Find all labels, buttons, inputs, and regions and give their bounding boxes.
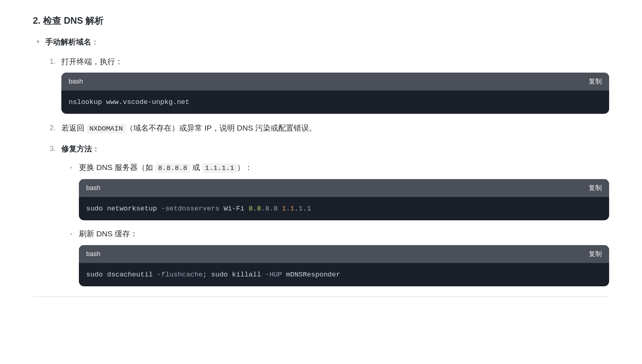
- code-lang-label: bash: [86, 183, 100, 193]
- code-lang-label: bash: [86, 249, 100, 259]
- section-heading: 2. 检查 DNS 解析: [33, 13, 609, 28]
- bullet-list: 手动解析域名： 打开终端，执行： bash 复制 nslookup www.vs…: [33, 36, 609, 286]
- copy-button[interactable]: 复制: [589, 249, 602, 259]
- code-header: bash 复制: [61, 73, 609, 90]
- tok: -setdnsservers: [161, 205, 219, 213]
- tok: sudo: [86, 205, 103, 213]
- tok: mDNSResponder: [286, 271, 340, 279]
- divider: [33, 297, 609, 297]
- tok: dscacheutil: [107, 271, 153, 279]
- inline-code-dns1: 8.8.8.8: [155, 163, 190, 173]
- tok: -flushcache: [157, 271, 203, 279]
- code-block-1: bash 复制 nslookup www.vscode-unpkg.net: [61, 73, 609, 114]
- sub1-pre: 更换 DNS 服务器（如: [79, 163, 155, 171]
- tok: 8.8: [249, 205, 261, 213]
- copy-button[interactable]: 复制: [589, 183, 602, 193]
- code-content: sudo networksetup -setdnsservers Wi-Fi 8…: [79, 197, 609, 221]
- substep-2: 刷新 DNS 缓存： bash 复制 sudo dscacheutil -flu…: [79, 228, 609, 286]
- step-3-colon: ：: [92, 144, 100, 153]
- code-content: nslookup www.vscode-unpkg.net: [61, 90, 609, 114]
- tok: Wi-Fi: [223, 205, 244, 213]
- sub2-text: 刷新 DNS 缓存：: [79, 229, 138, 238]
- sub1-post: ）：: [237, 163, 252, 171]
- tok: .1.1: [294, 205, 311, 213]
- tok: 1.1: [282, 205, 294, 213]
- step-2: 若返回 NXDOMAIN（域名不存在）或异常 IP，说明 DNS 污染或配置错误…: [61, 122, 609, 134]
- code-block-3: bash 复制 sudo dscacheutil -flushcache; su…: [79, 245, 609, 286]
- bullet-item: 手动解析域名： 打开终端，执行： bash 复制 nslookup www.vs…: [45, 36, 609, 286]
- copy-button[interactable]: 复制: [589, 76, 602, 87]
- inline-code-nxdomain: NXDOMAIN: [87, 124, 126, 133]
- substeps-list: 更换 DNS 服务器（如 8.8.8.8 或 1.1.1.1）： bash 复制…: [61, 161, 609, 286]
- step-3: 修复方法： 更换 DNS 服务器（如 8.8.8.8 或 1.1.1.1）： b…: [61, 143, 609, 286]
- tok: .8.8: [261, 205, 278, 213]
- step-1-text: 打开终端，执行：: [61, 57, 123, 66]
- tok: killall: [232, 271, 261, 279]
- step-2-post: （域名不存在）或异常 IP，说明 DNS 污染或配置错误。: [126, 124, 317, 132]
- substep-1: 更换 DNS 服务器（如 8.8.8.8 或 1.1.1.1）： bash 复制…: [79, 161, 609, 220]
- step-2-pre: 若返回: [61, 124, 87, 132]
- tok: sudo: [86, 271, 103, 279]
- step-1: 打开终端，执行： bash 复制 nslookup www.vscode-unp…: [61, 55, 609, 114]
- step-3-label: 修复方法: [61, 144, 92, 153]
- code-header: bash 复制: [79, 179, 609, 197]
- tok: -HUP: [265, 271, 282, 279]
- inline-code-dns2: 1.1.1.1: [202, 163, 237, 173]
- code-line: nslookup www.vscode-unpkg.net: [69, 98, 190, 106]
- code-lang-label: bash: [69, 76, 83, 87]
- bullet-label: 手动解析域名: [45, 38, 91, 46]
- tok: networksetup: [107, 205, 157, 213]
- code-header: bash 复制: [79, 245, 609, 263]
- steps-list: 打开终端，执行： bash 复制 nslookup www.vscode-unp…: [45, 55, 609, 286]
- bullet-colon: ：: [91, 38, 99, 46]
- code-content: sudo dscacheutil -flushcache; sudo killa…: [79, 263, 609, 287]
- tok: ;: [203, 271, 207, 279]
- code-block-2: bash 复制 sudo networksetup -setdnsservers…: [79, 179, 609, 220]
- sub1-mid: 或: [190, 163, 202, 171]
- tok: sudo: [211, 271, 228, 279]
